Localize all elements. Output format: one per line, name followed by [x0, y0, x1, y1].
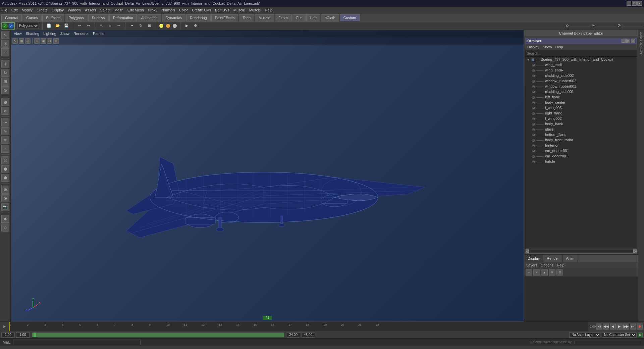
new-scene-icon[interactable]: 📄 [46, 23, 52, 29]
tab-custom[interactable]: Custom [340, 14, 360, 21]
menu-create[interactable]: Create [37, 8, 48, 12]
menu-assets[interactable]: Assets [85, 8, 96, 12]
list-item[interactable]: ◎ —— right_flanc [525, 110, 637, 116]
list-item[interactable]: ◎ —— wing_endL [525, 62, 637, 67]
arc-icon[interactable]: ⌢ [1, 145, 9, 153]
layer-settings-btn[interactable]: ⚙ [556, 269, 563, 276]
tab-general[interactable]: General [1, 14, 22, 21]
outliner-root-item[interactable]: ▼ ▦ — Boeing_737_900_with_Interior_and_C… [525, 57, 637, 62]
outliner-search-input[interactable] [527, 51, 636, 55]
soft-mod-icon[interactable]: ◕ [1, 98, 9, 106]
vp-icon2[interactable]: ▦ [19, 38, 24, 44]
nurbs-icon[interactable]: ⬟ [1, 174, 9, 182]
list-item[interactable]: ◎ —— window_rubber002 [525, 78, 637, 84]
list-item[interactable]: ◎ —— body_center [525, 100, 637, 105]
menu-edit-uvs[interactable]: Edit UVs [215, 8, 229, 12]
move-tool-icon[interactable]: ✦ [129, 23, 135, 29]
scroll-track[interactable] [529, 250, 633, 252]
viewport[interactable]: View Shading Lighting Show Renderer Pane… [11, 30, 524, 321]
menu-create-uvs[interactable]: Create UVs [192, 8, 211, 12]
menu-help[interactable]: Help [265, 8, 272, 12]
outliner-menu-display[interactable]: Display [527, 45, 539, 49]
menu-select[interactable]: Select [100, 8, 110, 12]
goto-start-btn[interactable]: ⏮ [596, 323, 602, 330]
list-item[interactable]: ◎ —— bottom_flanc [525, 132, 637, 137]
tab-deformation[interactable]: Deformation [109, 14, 137, 21]
current-frame-field[interactable] [16, 332, 30, 338]
scale-tool-icon[interactable]: ⊞ [146, 23, 152, 29]
menu-window[interactable]: Window [68, 8, 81, 12]
menu-mesh[interactable]: Mesh [114, 8, 123, 12]
record-btn[interactable]: ⏺ [637, 323, 643, 330]
range-options-btn[interactable]: ▶ [638, 333, 643, 337]
y-value[interactable] [596, 25, 616, 27]
mel-input[interactable] [13, 340, 141, 345]
save-scene-icon[interactable]: 💾 [63, 23, 69, 29]
list-item[interactable]: ◎ —— l_wing003 [525, 105, 637, 110]
list-item[interactable]: ◎ —— body_front_radar [525, 137, 637, 143]
scale-icon[interactable]: ⊞ [1, 78, 9, 86]
close-btn[interactable]: × [637, 1, 642, 6]
scroll-right-btn[interactable]: ▷ [633, 249, 637, 253]
menu-file[interactable]: File [1, 8, 7, 12]
list-item[interactable]: ◎ —— hatchr [525, 159, 637, 164]
range-start-input[interactable] [1, 332, 15, 338]
outliner-menu-show[interactable]: Show [543, 45, 552, 49]
tab-animation[interactable]: Animation [138, 14, 161, 21]
goto-end-btn[interactable]: ⏭ [630, 323, 636, 330]
outliner-hscroll[interactable]: ◁ ▷ [525, 248, 637, 253]
tab-ncloth[interactable]: nCloth [321, 14, 339, 21]
yellow-light-icon[interactable] [159, 24, 163, 28]
list-item[interactable]: ◎ —— cladding_side001 [525, 89, 637, 94]
tab-fur[interactable]: Fur [292, 14, 306, 21]
viewport-menu-renderer[interactable]: Renderer [73, 32, 89, 36]
current-frame-input[interactable] [16, 332, 30, 338]
paint-select-icon[interactable]: ◎ [1, 40, 9, 48]
outliner-menu-help[interactable]: Help [555, 45, 563, 49]
char-set-select[interactable]: No Character Set [602, 332, 637, 338]
viewport-menu-panels[interactable]: Panels [93, 32, 104, 36]
menu-edit-mesh[interactable]: Edit Mesh [127, 8, 144, 12]
menu-color[interactable]: Color [179, 8, 188, 12]
window-controls[interactable]: _ □ × [627, 1, 642, 6]
vp-select-icon[interactable]: ↖ [12, 38, 18, 44]
list-item[interactable]: ◎ —— em_doorfr001 [525, 153, 637, 159]
range-end-field1[interactable] [287, 332, 300, 338]
list-item[interactable]: ◎ —— em_doorbr001 [525, 148, 637, 153]
outliner-search[interactable] [525, 50, 637, 57]
tab-surfaces[interactable]: Surfaces [42, 14, 64, 21]
layer-menu-layers[interactable]: Layers [526, 263, 537, 267]
frame-indicator[interactable] [32, 333, 284, 337]
joint-icon[interactable]: ◆ [1, 215, 9, 223]
list-item[interactable]: ◎ —— glass [525, 127, 637, 132]
layer-menu-help[interactable]: Help [557, 263, 565, 267]
scroll-left-btn[interactable]: ◁ [526, 249, 529, 253]
timeline-ruler[interactable]: 1 2 3 4 5 6 7 8 9 10 11 12 13 14 15 16 1… [9, 322, 588, 331]
undo-icon[interactable]: ↩ [76, 23, 83, 29]
render-icon[interactable]: ▶ [184, 23, 190, 29]
ep-curve-icon[interactable]: ∿ [1, 127, 9, 135]
layer-up-btn[interactable]: ▲ [541, 269, 548, 276]
home-icon-group[interactable]: ✓ ✓ [1, 22, 15, 30]
snap2-icon[interactable]: ⊗ [1, 194, 9, 202]
menu-modify[interactable]: Modify [22, 8, 33, 12]
tab-fluids[interactable]: Fluids [275, 14, 292, 21]
play-back-btn[interactable]: ◀ [610, 323, 616, 330]
layer-tab-display[interactable]: Display [524, 255, 543, 262]
range-start-field[interactable] [1, 332, 15, 338]
polygon-icon[interactable]: ⬡ [1, 156, 9, 164]
x-value[interactable] [570, 25, 590, 27]
anim-layer-select[interactable]: No Anim Layer [569, 332, 600, 338]
lasso-tool-icon[interactable]: ○ [107, 23, 113, 29]
maximize-btn[interactable]: □ [632, 1, 637, 6]
move-icon[interactable]: ✛ [1, 60, 9, 68]
playhead[interactable] [9, 322, 10, 331]
menu-muscle2[interactable]: Muscle [249, 8, 261, 12]
tab-hair[interactable]: Hair [306, 14, 320, 21]
paint-tool-icon[interactable]: ✏ [116, 23, 122, 29]
outliner-minimize-btn[interactable]: _ [622, 39, 626, 43]
layer-tab-anim[interactable]: Anim [562, 255, 578, 262]
tab-rendering[interactable]: Rendering [186, 14, 211, 21]
lasso-icon[interactable]: ○ [1, 48, 9, 56]
outliner-close-btn[interactable]: × [631, 39, 635, 43]
